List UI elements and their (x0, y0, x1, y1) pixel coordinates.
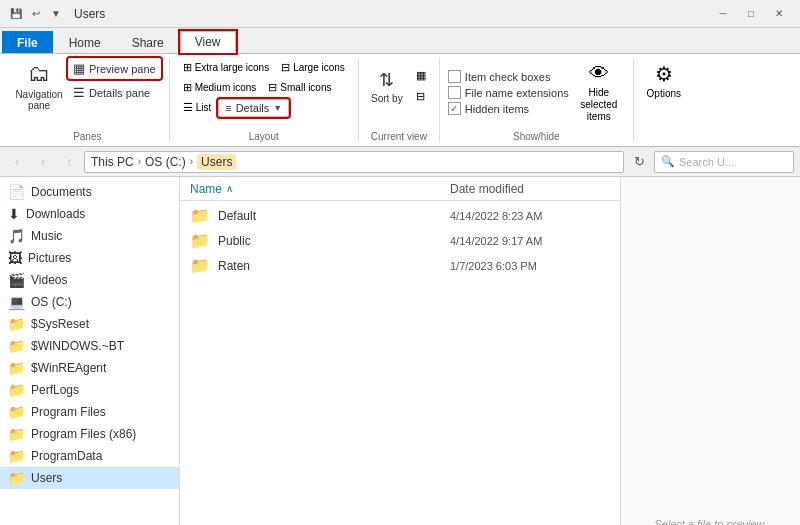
sidebar-item-pictures[interactable]: 🖼 Pictures (0, 247, 179, 269)
col-name-header[interactable]: Name ∧ (190, 182, 450, 196)
ribbon-group-show-hide: Item check boxes File name extensions Hi… (440, 58, 634, 142)
sidebar-item-label: $WinREAgent (31, 361, 106, 375)
file-row-raten[interactable]: 📁 Raten 1/7/2023 6:03 PM (180, 253, 620, 278)
col-date-header: Date modified (450, 182, 610, 196)
maximize-button[interactable]: □ (738, 6, 764, 22)
path-this-pc[interactable]: This PC (91, 155, 134, 169)
drive-icon: 💻 (8, 294, 25, 310)
medium-icons-button[interactable]: ⊞ Medium icons (178, 78, 262, 97)
address-path[interactable]: This PC › OS (C:) › Users (84, 151, 624, 173)
hide-selected-label: Hide selecteditems (577, 87, 621, 123)
preview-pane-button[interactable]: ▦ Preview pane (68, 58, 161, 79)
search-icon: 🔍 (661, 155, 675, 168)
sidebar-item-label: Pictures (28, 251, 71, 265)
details-dropdown: ≡ Details ▼ (218, 98, 289, 117)
path-users[interactable]: Users (197, 154, 236, 170)
hide-selected-button[interactable]: 👁 Hide selecteditems (573, 58, 625, 127)
sidebar-item-programfiles86[interactable]: 📁 Program Files (x86) (0, 423, 179, 445)
sidebar-item-users[interactable]: 📁 Users (0, 467, 179, 489)
sidebar-item-label: Music (31, 229, 62, 243)
up-button[interactable]: ↑ (58, 151, 80, 173)
layout-row-1: ⊞ Extra large icons ⊟ Large icons (178, 58, 350, 77)
tab-file[interactable]: File (2, 31, 53, 53)
options-button[interactable]: ⚙ Options (642, 58, 686, 103)
hidden-items-checkbox[interactable] (448, 102, 461, 115)
quick-access-dropdown[interactable]: ▼ (48, 6, 64, 22)
close-button[interactable]: ✕ (766, 6, 792, 22)
sidebar-item-music[interactable]: 🎵 Music (0, 225, 179, 247)
sidebar-item-downloads[interactable]: ⬇ Downloads (0, 203, 179, 225)
extra-large-icon: ⊞ (183, 61, 192, 74)
view-options-1[interactable]: ▦ (411, 66, 431, 85)
preview-pane-icon: ▦ (73, 61, 85, 76)
sidebar-item-windowsbt[interactable]: 📁 $WINDOWS.~BT (0, 335, 179, 357)
ribbon-group-layout: ⊞ Extra large icons ⊟ Large icons ⊞ Medi… (170, 58, 359, 142)
details-dropdown-button[interactable]: ≡ Details ▼ (218, 99, 289, 117)
sidebar-item-programdata[interactable]: 📁 ProgramData (0, 445, 179, 467)
file-row-public[interactable]: 📁 Public 4/14/2022 9:17 AM (180, 228, 620, 253)
navigation-pane-button[interactable]: 🗂 Navigation pane (14, 58, 64, 114)
folder-icon-winreagent: 📁 (8, 360, 25, 376)
layout-row-2: ⊞ Medium icons ⊟ Small icons (178, 78, 350, 97)
sidebar-item-osc[interactable]: 💻 OS (C:) (0, 291, 179, 313)
quick-access-undo[interactable]: 💾 (8, 6, 24, 22)
refresh-button[interactable]: ↻ (628, 151, 650, 173)
file-list: 📁 Default 4/14/2022 8:23 AM 📁 Public 4/1… (180, 201, 620, 525)
path-sep-2: › (190, 156, 193, 167)
minimize-button[interactable]: ─ (710, 6, 736, 22)
list-button[interactable]: ☰ List (178, 98, 217, 117)
details-pane-button[interactable]: ☰ Details pane (68, 82, 161, 103)
navigation-pane-icon: 🗂 (28, 61, 50, 87)
sort-icon: ⇅ (379, 69, 394, 91)
hidden-items-row[interactable]: Hidden items (448, 102, 569, 115)
sidebar-item-label: Documents (31, 185, 92, 199)
sidebar-item-videos[interactable]: 🎬 Videos (0, 269, 179, 291)
sidebar-item-sysreset[interactable]: 📁 $SysReset (0, 313, 179, 335)
quick-access-redo[interactable]: ↩ (28, 6, 44, 22)
sidebar: 📄 Documents ⬇ Downloads 🎵 Music 🖼 Pictur… (0, 177, 180, 525)
forward-button[interactable]: › (32, 151, 54, 173)
sidebar-item-label: $WINDOWS.~BT (31, 339, 124, 353)
file-row-default[interactable]: 📁 Default 4/14/2022 8:23 AM (180, 203, 620, 228)
folder-icon-programdata: 📁 (8, 448, 25, 464)
file-name-extensions-checkbox[interactable] (448, 86, 461, 99)
medium-icons-icon: ⊞ (183, 81, 192, 94)
extra-large-icons-button[interactable]: ⊞ Extra large icons (178, 58, 274, 77)
current-view-label: Current view (367, 127, 431, 142)
sidebar-item-label: PerfLogs (31, 383, 79, 397)
ribbon-group-panes: 🗂 Navigation pane ▦ Preview pane ☰ Detai… (6, 58, 170, 142)
hide-selected-icon: 👁 (589, 62, 609, 85)
item-checkboxes-label: Item check boxes (465, 71, 551, 83)
item-checkboxes-checkbox[interactable] (448, 70, 461, 83)
sort-by-button[interactable]: ⇅ Sort by (367, 66, 407, 107)
file-name-public: Public (218, 234, 442, 248)
preview-text: Select a file to preview. (654, 518, 767, 525)
search-box[interactable]: 🔍 Search U... (654, 151, 794, 173)
documents-icon: 📄 (8, 184, 25, 200)
sidebar-item-label: Users (31, 471, 62, 485)
file-name-extensions-row[interactable]: File name extensions (448, 86, 569, 99)
view-options-2[interactable]: ⊟ (411, 87, 431, 106)
sidebar-item-label: ProgramData (31, 449, 102, 463)
main-content: 📄 Documents ⬇ Downloads 🎵 Music 🖼 Pictur… (0, 177, 800, 525)
title-bar-icons: 💾 ↩ ▼ (8, 6, 64, 22)
sidebar-item-perflogs[interactable]: 📁 PerfLogs (0, 379, 179, 401)
window-controls: ─ □ ✕ (710, 6, 792, 22)
current-view-content: ⇅ Sort by ▦ ⊟ (367, 58, 431, 127)
back-button[interactable]: ‹ (6, 151, 28, 173)
panes-group-content: 🗂 Navigation pane ▦ Preview pane ☰ Detai… (14, 58, 161, 127)
tab-share[interactable]: Share (117, 31, 179, 53)
sidebar-item-documents[interactable]: 📄 Documents (0, 181, 179, 203)
tab-view[interactable]: View (180, 31, 236, 53)
folder-icon-public: 📁 (190, 231, 210, 250)
sidebar-item-label: Program Files (x86) (31, 427, 136, 441)
sidebar-item-programfiles[interactable]: 📁 Program Files (0, 401, 179, 423)
sidebar-item-winreagent[interactable]: 📁 $WinREAgent (0, 357, 179, 379)
small-icons-button[interactable]: ⊟ Small icons (263, 78, 336, 97)
options-content: ⚙ Options (642, 58, 686, 127)
item-checkboxes-row[interactable]: Item check boxes (448, 70, 569, 83)
layout-group-content: ⊞ Extra large icons ⊟ Large icons ⊞ Medi… (178, 58, 350, 127)
large-icons-button[interactable]: ⊟ Large icons (276, 58, 350, 77)
path-os-c[interactable]: OS (C:) (145, 155, 186, 169)
tab-home[interactable]: Home (54, 31, 116, 53)
